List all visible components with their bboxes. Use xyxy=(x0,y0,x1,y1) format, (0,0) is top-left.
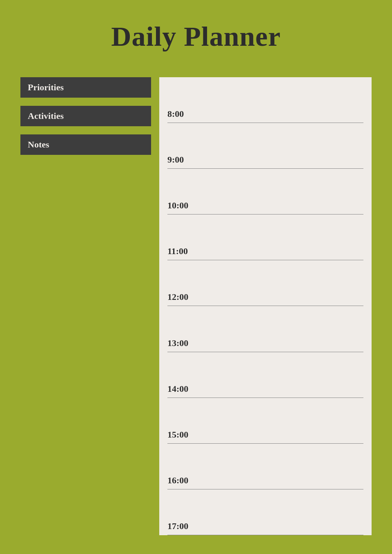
notes-header: Notes xyxy=(20,134,151,155)
time-row[interactable]: 11:00 xyxy=(167,214,363,260)
time-label: 13:00 xyxy=(167,331,363,352)
spacer-2 xyxy=(20,126,151,134)
right-column: 8:009:0010:0011:0012:0013:0014:0015:0016… xyxy=(159,77,372,535)
time-row[interactable]: 17:00 xyxy=(167,489,363,535)
priorities-section: Priorities xyxy=(20,77,151,98)
time-label: 9:00 xyxy=(167,147,363,168)
time-row[interactable]: 16:00 xyxy=(167,444,363,489)
time-row[interactable]: 12:00 xyxy=(167,260,363,306)
time-label: 14:00 xyxy=(167,376,363,398)
time-row[interactable]: 13:00 xyxy=(167,306,363,352)
time-label: 10:00 xyxy=(167,193,363,214)
page-title: Daily Planner xyxy=(20,12,372,61)
time-label: 8:00 xyxy=(167,101,363,123)
time-label: 16:00 xyxy=(167,468,363,489)
time-label: 15:00 xyxy=(167,422,363,443)
time-row[interactable]: 9:00 xyxy=(167,123,363,169)
priorities-header: Priorities xyxy=(20,77,151,98)
notes-section: Notes xyxy=(20,134,151,155)
activities-header: Activities xyxy=(20,106,151,126)
spacer-1 xyxy=(20,98,151,106)
left-column: Priorities Activities Notes xyxy=(20,77,151,535)
planner-page: Daily Planner Priorities Activities Note… xyxy=(20,12,372,535)
time-slots-container: 8:009:0010:0011:0012:0013:0014:0015:0016… xyxy=(159,77,372,535)
main-content: Priorities Activities Notes 8:009:0010:0… xyxy=(20,77,372,535)
time-row[interactable]: 15:00 xyxy=(167,398,363,444)
time-row[interactable]: 8:00 xyxy=(167,77,363,123)
time-label: 11:00 xyxy=(167,239,363,260)
time-label: 17:00 xyxy=(167,514,363,535)
time-label: 12:00 xyxy=(167,284,363,306)
time-divider xyxy=(167,535,363,535)
time-row[interactable]: 14:00 xyxy=(167,352,363,398)
time-row[interactable]: 10:00 xyxy=(167,169,363,214)
activities-section: Activities xyxy=(20,106,151,126)
